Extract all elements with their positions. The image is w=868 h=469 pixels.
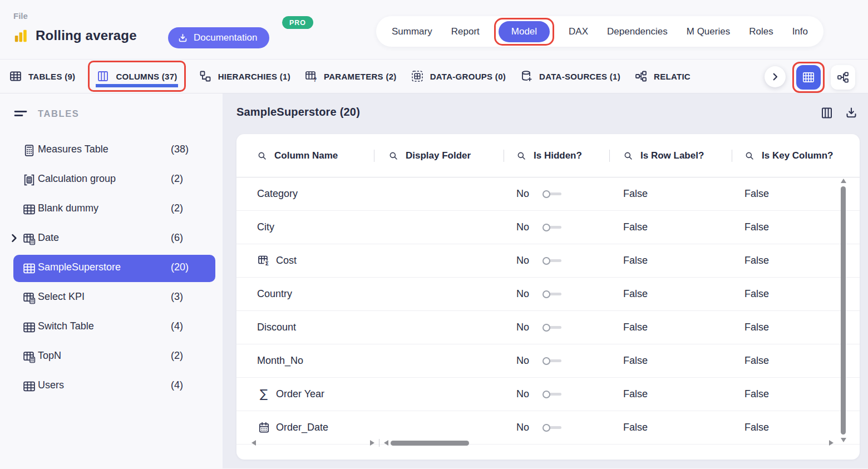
sidebar-item-count: (20) [171,261,189,273]
sidebar-item-samplesuperstore[interactable]: SampleSuperstore (20) [0,254,223,283]
table-row-month-no[interactable]: Month_No No False False [236,344,860,378]
column-header-column-name[interactable]: Column Name [236,134,374,177]
is-hidden-toggle[interactable] [542,424,561,432]
tab-data-groups[interactable]: DATA-GROUPS (0) [411,70,506,83]
is-hidden-toggle[interactable] [542,391,561,398]
sidebar-item-select-kpi[interactable]: Select KPI (3) [0,283,223,313]
calculated-table-icon [22,291,36,305]
diagram-view-button[interactable] [831,65,855,90]
table-row-order-year[interactable]: ∑ Order Year No False False [236,378,860,411]
scroll-right-arrow[interactable] [370,440,374,446]
calculation-group-icon [22,173,36,187]
export-download-button[interactable] [845,106,858,120]
tab-hierarchies-label: HIERARCHIES (1) [218,72,290,81]
nav-tab-roles[interactable]: Roles [749,26,773,37]
search-icon [257,151,267,161]
main-panel: SampleSuperstore (20) [223,93,868,468]
is-hidden-toggle[interactable] [542,224,561,231]
vertical-scrollbar[interactable] [840,179,846,442]
table-grid-icon [9,70,22,83]
file-menu[interactable]: File [13,11,28,21]
sidebar-item-blank-dummy[interactable]: Blank dummy (2) [0,195,223,224]
column-header-is-key-column[interactable]: Is Key Column? [732,134,860,177]
scroll-down-arrow[interactable] [841,438,846,442]
sidebar-header-label: TABLES [38,108,79,119]
vertical-scrollbar-thumb[interactable] [841,186,846,435]
is-hidden-toggle[interactable] [542,257,561,265]
svg-text:Σ: Σ [265,260,269,266]
table-row-city[interactable]: City No False False [236,211,860,244]
scroll-right-arrow[interactable] [829,440,834,446]
nav-tab-report[interactable]: Report [451,26,480,37]
nav-tab-model[interactable]: Model [499,21,550,42]
sidebar-item-count: (2) [171,173,183,185]
sum-icon: ∑ [257,388,270,401]
sidebar-item-count: (4) [171,379,183,391]
calculated-table-icon [22,232,36,246]
scroll-up-arrow[interactable] [841,179,846,183]
expand-chevron-icon[interactable] [8,233,19,244]
calendar-icon [257,421,270,435]
documentation-button[interactable]: Documentation [168,27,269,48]
table-row-country[interactable]: Country No False False [236,278,860,311]
table-row-discount[interactable]: Discount No False False [236,311,860,344]
nav-tab-dependencies[interactable]: Dependencies [607,26,668,37]
tab-parameters-label: PARAMETERS (2) [324,72,397,81]
table-row-cost[interactable]: Σ Cost No False False [236,244,860,278]
is-hidden-toggle[interactable] [542,357,561,365]
nav-tab-summary[interactable]: Summary [392,26,432,37]
chevron-right-icon [770,72,780,82]
grid-view-annotation-box [792,62,825,93]
is-hidden-toggle[interactable] [542,190,561,198]
is-hidden-toggle[interactable] [542,324,561,332]
column-header-is-row-label[interactable]: Is Row Label? [609,134,732,177]
grid-view-button[interactable] [796,65,821,90]
sidebar-item-date[interactable]: Date (6) [0,224,223,254]
documentation-button-label: Documentation [194,32,257,43]
nav-tab-info[interactable]: Info [792,26,808,37]
horizontal-scrollbar[interactable] [250,439,835,447]
scroll-left-arrow[interactable] [384,440,388,446]
content-area: TABLES Measures Table (38) [0,93,868,468]
table-grid-icon [22,203,36,216]
scrollbar-divider [379,439,379,447]
tables-list: Measures Table (38) Calculation group (2… [0,136,223,401]
sidebar-item-switch-table[interactable]: Switch Table (4) [0,313,223,342]
report-title-row: Rolling average [13,28,137,43]
toolbar-scroll-right-button[interactable] [765,66,786,87]
is-hidden-toggle[interactable] [542,290,561,298]
main-pane-scrollbar[interactable] [383,439,835,447]
sort-icon[interactable] [13,107,28,120]
tab-data-sources-label: DATA-SOURCES (1) [539,72,620,81]
nav-tab-dax[interactable]: DAX [569,26,588,37]
tab-columns-label: COLUMNS (37) [116,72,177,81]
sidebar-item-measures-table[interactable]: Measures Table (38) [0,136,223,165]
tab-columns[interactable]: COLUMNS (37) [96,70,177,83]
sidebar-item-label: Select KPI [38,291,85,303]
download-icon [177,33,188,43]
search-icon [388,151,398,161]
column-header-display-folder[interactable]: Display Folder [374,134,504,177]
sidebar-item-calculation-group[interactable]: Calculation group (2) [0,165,223,195]
page-title: Rolling average [36,28,137,43]
frozen-pane-scrollbar[interactable] [250,439,376,447]
table-row-category[interactable]: Category No False False [236,177,860,211]
tab-relationships[interactable]: RELATIC [634,70,691,83]
model-annotation-box: Model [494,18,554,46]
tab-tables[interactable]: TABLES (9) [9,70,75,83]
horizontal-scrollbar-thumb[interactable] [391,441,469,446]
sidebar-item-users[interactable]: Users (4) [0,372,223,401]
nav-tab-m-queries[interactable]: M Queries [687,26,730,37]
column-chooser-button[interactable] [820,106,834,120]
sidebar-item-topn[interactable]: TopN (2) [0,342,223,372]
data-groups-icon [411,70,424,83]
tab-hierarchies[interactable]: HIERARCHIES (1) [199,70,290,83]
sidebar-item-label: Measures Table [38,144,108,155]
sidebar-item-label: TopN [38,350,61,362]
sidebar-item-label: Calculation group [38,173,116,185]
tab-data-sources[interactable]: DATA-SOURCES (1) [520,70,620,83]
column-header-is-hidden[interactable]: Is Hidden? [504,134,609,177]
tab-parameters[interactable]: ? PARAMETERS (2) [304,70,397,83]
scroll-left-arrow[interactable] [251,440,256,446]
sidebar-item-label: Switch Table [38,320,94,332]
